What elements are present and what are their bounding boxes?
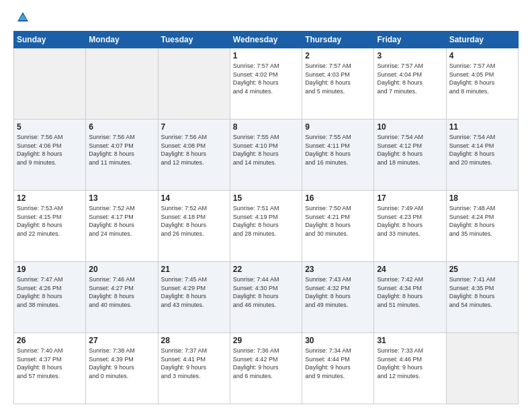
day-info: Sunrise: 7:54 AMSunset: 4:14 PMDaylight:… bbox=[449, 133, 515, 167]
calendar-week-row: 1Sunrise: 7:57 AMSunset: 4:02 PMDaylight… bbox=[14, 48, 519, 120]
calendar-cell: 13Sunrise: 7:52 AMSunset: 4:17 PMDayligh… bbox=[86, 191, 158, 262]
day-info: Sunrise: 7:55 AMSunset: 4:10 PMDaylight:… bbox=[233, 133, 299, 167]
day-info: Sunrise: 7:43 AMSunset: 4:32 PMDaylight:… bbox=[305, 275, 371, 309]
day-number: 2 bbox=[305, 51, 371, 60]
day-number: 28 bbox=[161, 336, 227, 345]
calendar-cell: 19Sunrise: 7:47 AMSunset: 4:26 PMDayligh… bbox=[14, 262, 86, 333]
day-number: 13 bbox=[89, 193, 154, 203]
calendar-week-row: 12Sunrise: 7:53 AMSunset: 4:15 PMDayligh… bbox=[14, 191, 519, 262]
calendar-cell bbox=[14, 48, 86, 120]
day-header-sunday: Sunday bbox=[14, 32, 86, 48]
day-number: 15 bbox=[233, 193, 299, 203]
calendar-cell: 30Sunrise: 7:34 AMSunset: 4:44 PMDayligh… bbox=[302, 333, 374, 404]
calendar-cell: 12Sunrise: 7:53 AMSunset: 4:15 PMDayligh… bbox=[14, 191, 86, 262]
calendar-cell: 17Sunrise: 7:49 AMSunset: 4:23 PMDayligh… bbox=[374, 191, 446, 262]
day-info: Sunrise: 7:57 AMSunset: 4:02 PMDaylight:… bbox=[233, 62, 299, 95]
day-info: Sunrise: 7:44 AMSunset: 4:30 PMDaylight:… bbox=[233, 275, 299, 309]
calendar-cell: 24Sunrise: 7:42 AMSunset: 4:34 PMDayligh… bbox=[374, 262, 446, 333]
day-number: 22 bbox=[233, 265, 299, 274]
day-number: 9 bbox=[305, 122, 371, 132]
calendar-cell: 25Sunrise: 7:41 AMSunset: 4:35 PMDayligh… bbox=[446, 262, 518, 333]
calendar-week-row: 26Sunrise: 7:40 AMSunset: 4:37 PMDayligh… bbox=[14, 333, 519, 404]
page: SundayMondayTuesdayWednesdayThursdayFrid… bbox=[0, 0, 532, 411]
day-info: Sunrise: 7:49 AMSunset: 4:23 PMDaylight:… bbox=[377, 204, 443, 238]
day-number: 21 bbox=[161, 265, 227, 274]
calendar-cell: 1Sunrise: 7:57 AMSunset: 4:02 PMDaylight… bbox=[230, 48, 302, 120]
calendar-cell: 21Sunrise: 7:45 AMSunset: 4:29 PMDayligh… bbox=[158, 262, 230, 333]
calendar-cell: 5Sunrise: 7:56 AMSunset: 4:06 PMDaylight… bbox=[14, 120, 86, 191]
calendar-cell: 7Sunrise: 7:56 AMSunset: 4:08 PMDaylight… bbox=[158, 120, 230, 191]
day-number: 20 bbox=[89, 265, 154, 274]
calendar-week-row: 19Sunrise: 7:47 AMSunset: 4:26 PMDayligh… bbox=[14, 262, 519, 333]
day-info: Sunrise: 7:52 AMSunset: 4:17 PMDaylight:… bbox=[89, 204, 154, 238]
day-number: 17 bbox=[377, 193, 443, 203]
day-number: 11 bbox=[449, 122, 515, 132]
day-header-saturday: Saturday bbox=[446, 32, 518, 48]
day-number: 16 bbox=[305, 193, 371, 203]
day-info: Sunrise: 7:46 AMSunset: 4:27 PMDaylight:… bbox=[89, 275, 154, 309]
calendar-cell bbox=[158, 48, 230, 120]
day-number: 5 bbox=[17, 122, 83, 132]
day-number: 30 bbox=[305, 336, 371, 345]
day-info: Sunrise: 7:54 AMSunset: 4:12 PMDaylight:… bbox=[377, 133, 443, 167]
calendar-week-row: 5Sunrise: 7:56 AMSunset: 4:06 PMDaylight… bbox=[14, 120, 519, 191]
calendar-cell: 23Sunrise: 7:43 AMSunset: 4:32 PMDayligh… bbox=[302, 262, 374, 333]
day-header-wednesday: Wednesday bbox=[230, 32, 302, 48]
calendar-cell: 20Sunrise: 7:46 AMSunset: 4:27 PMDayligh… bbox=[86, 262, 158, 333]
header-row: SundayMondayTuesdayWednesdayThursdayFrid… bbox=[14, 32, 519, 48]
calendar-cell: 2Sunrise: 7:57 AMSunset: 4:03 PMDaylight… bbox=[302, 48, 374, 120]
calendar-cell: 10Sunrise: 7:54 AMSunset: 4:12 PMDayligh… bbox=[374, 120, 446, 191]
calendar-table: SundayMondayTuesdayWednesdayThursdayFrid… bbox=[13, 31, 519, 404]
logo bbox=[13, 11, 30, 24]
day-info: Sunrise: 7:57 AMSunset: 4:04 PMDaylight:… bbox=[377, 62, 443, 95]
calendar-cell: 3Sunrise: 7:57 AMSunset: 4:04 PMDaylight… bbox=[374, 48, 446, 120]
logo-icon bbox=[16, 11, 30, 24]
day-info: Sunrise: 7:36 AMSunset: 4:42 PMDaylight:… bbox=[233, 347, 299, 380]
calendar-cell: 31Sunrise: 7:33 AMSunset: 4:46 PMDayligh… bbox=[374, 333, 446, 404]
day-number: 6 bbox=[89, 122, 154, 132]
header bbox=[13, 11, 519, 24]
day-info: Sunrise: 7:37 AMSunset: 4:41 PMDaylight:… bbox=[161, 347, 227, 380]
day-info: Sunrise: 7:57 AMSunset: 4:05 PMDaylight:… bbox=[449, 62, 515, 95]
day-info: Sunrise: 7:48 AMSunset: 4:24 PMDaylight:… bbox=[449, 204, 515, 238]
day-info: Sunrise: 7:38 AMSunset: 4:39 PMDaylight:… bbox=[89, 347, 154, 380]
day-info: Sunrise: 7:56 AMSunset: 4:06 PMDaylight:… bbox=[17, 133, 83, 167]
calendar-cell: 29Sunrise: 7:36 AMSunset: 4:42 PMDayligh… bbox=[230, 333, 302, 404]
day-info: Sunrise: 7:52 AMSunset: 4:18 PMDaylight:… bbox=[161, 204, 227, 238]
day-number: 4 bbox=[449, 51, 515, 60]
day-header-friday: Friday bbox=[374, 32, 446, 48]
day-header-monday: Monday bbox=[86, 32, 158, 48]
day-number: 26 bbox=[17, 336, 83, 345]
day-info: Sunrise: 7:55 AMSunset: 4:11 PMDaylight:… bbox=[305, 133, 371, 167]
day-number: 8 bbox=[233, 122, 299, 132]
calendar-cell: 15Sunrise: 7:51 AMSunset: 4:19 PMDayligh… bbox=[230, 191, 302, 262]
day-number: 19 bbox=[17, 265, 83, 274]
day-info: Sunrise: 7:33 AMSunset: 4:46 PMDaylight:… bbox=[377, 347, 443, 380]
calendar-cell: 22Sunrise: 7:44 AMSunset: 4:30 PMDayligh… bbox=[230, 262, 302, 333]
day-number: 25 bbox=[449, 265, 515, 274]
calendar-cell: 9Sunrise: 7:55 AMSunset: 4:11 PMDaylight… bbox=[302, 120, 374, 191]
calendar-cell bbox=[446, 333, 518, 404]
calendar-cell: 28Sunrise: 7:37 AMSunset: 4:41 PMDayligh… bbox=[158, 333, 230, 404]
day-number: 10 bbox=[377, 122, 443, 132]
day-number: 12 bbox=[17, 193, 83, 203]
day-number: 1 bbox=[233, 51, 299, 60]
day-number: 23 bbox=[305, 265, 371, 274]
day-info: Sunrise: 7:51 AMSunset: 4:19 PMDaylight:… bbox=[233, 204, 299, 238]
calendar-cell: 18Sunrise: 7:48 AMSunset: 4:24 PMDayligh… bbox=[446, 191, 518, 262]
calendar-cell: 14Sunrise: 7:52 AMSunset: 4:18 PMDayligh… bbox=[158, 191, 230, 262]
calendar-cell bbox=[86, 48, 158, 120]
day-info: Sunrise: 7:34 AMSunset: 4:44 PMDaylight:… bbox=[305, 347, 371, 380]
day-info: Sunrise: 7:47 AMSunset: 4:26 PMDaylight:… bbox=[17, 275, 83, 309]
day-info: Sunrise: 7:53 AMSunset: 4:15 PMDaylight:… bbox=[17, 204, 83, 238]
calendar-cell: 11Sunrise: 7:54 AMSunset: 4:14 PMDayligh… bbox=[446, 120, 518, 191]
day-number: 24 bbox=[377, 265, 443, 274]
day-number: 27 bbox=[89, 336, 154, 345]
day-number: 3 bbox=[377, 51, 443, 60]
day-info: Sunrise: 7:41 AMSunset: 4:35 PMDaylight:… bbox=[449, 275, 515, 309]
calendar-cell: 26Sunrise: 7:40 AMSunset: 4:37 PMDayligh… bbox=[14, 333, 86, 404]
day-info: Sunrise: 7:42 AMSunset: 4:34 PMDaylight:… bbox=[377, 275, 443, 309]
day-info: Sunrise: 7:56 AMSunset: 4:08 PMDaylight:… bbox=[161, 133, 227, 167]
day-info: Sunrise: 7:45 AMSunset: 4:29 PMDaylight:… bbox=[161, 275, 227, 309]
day-number: 31 bbox=[377, 336, 443, 345]
